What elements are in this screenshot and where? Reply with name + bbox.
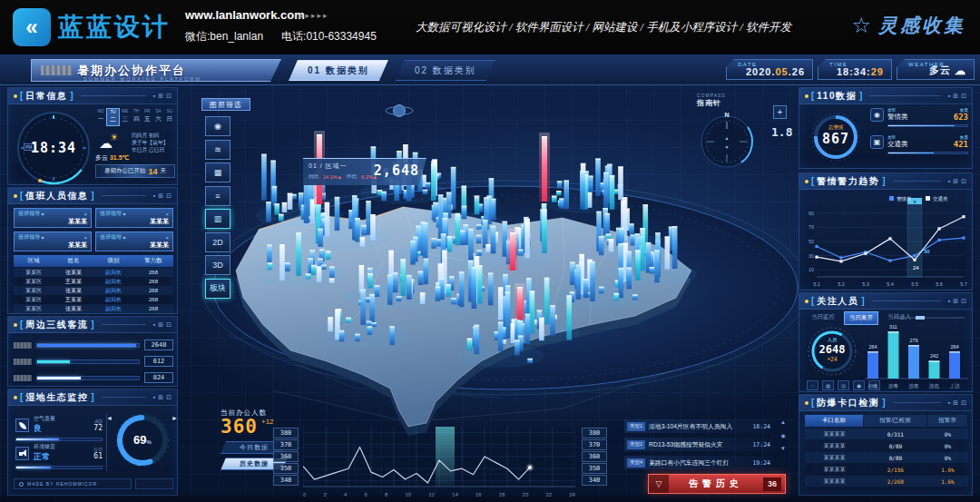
scroll-down-icon[interactable]: ▼ xyxy=(780,446,786,451)
table-row: 某某某某2/2681.6% xyxy=(805,476,968,487)
close-icon[interactable]: × xyxy=(165,212,169,217)
gauge-unit: % xyxy=(147,439,152,445)
svg-text:264: 264 xyxy=(950,344,958,349)
svg-text:70: 70 xyxy=(808,224,814,230)
layer-btn-3d[interactable]: 3D xyxy=(205,255,230,275)
window-icon[interactable]: ⊞ xyxy=(158,192,163,199)
weekday-grid: MO一TU二WE三TH四FR五SA六SU日 xyxy=(95,108,175,126)
layer-btn-2d[interactable]: 2D xyxy=(205,232,230,252)
mini-icon[interactable]: ◎ xyxy=(838,380,849,390)
window-icon[interactable]: ⊞ xyxy=(953,178,958,184)
eco-metric: 环境噪音正常分贝61 xyxy=(15,443,103,463)
minimize-icon[interactable]: ▪ xyxy=(153,321,155,328)
panel-header: [关注人员]▪⊞⊡ xyxy=(799,293,972,310)
minimize-icon[interactable]: ▪ xyxy=(153,93,155,99)
alert-list: 类型1湿地3-104片区有不明人员闯入18:24类型2RD13-53烟感报警疑似… xyxy=(624,419,773,474)
alert-history-banner[interactable]: ▽ 告警历史 36 xyxy=(648,474,786,494)
window-icon[interactable]: ⊞ xyxy=(953,298,958,304)
minimize-icon[interactable]: ▪ xyxy=(948,298,950,304)
close-icon[interactable]: × xyxy=(83,235,87,241)
corner-dot-icon xyxy=(805,94,808,98)
wechat-label: 微信:ben_lanlan xyxy=(185,29,263,44)
lunar-line: 庚子年【鼠年】 xyxy=(132,139,177,146)
inspiration-collect[interactable]: ☆ 灵感收集 xyxy=(851,13,965,38)
svg-text:涉毒: 涉毒 xyxy=(888,383,899,389)
alert-row[interactable]: 类型4某路口有小汽车连闯三个红灯19:24 xyxy=(624,456,773,469)
minimize-icon[interactable]: ▪ xyxy=(153,192,155,199)
weekday-cell: MO一 xyxy=(95,108,106,126)
layer-btn-grid[interactable]: ▦ xyxy=(205,162,230,182)
mom-value: 6.2% xyxy=(361,174,373,180)
scroll-dot-icon[interactable]: ◉ xyxy=(780,432,785,438)
mini-icon[interactable]: ◍ xyxy=(822,380,834,390)
window-icon[interactable]: ⊞ xyxy=(158,394,163,400)
compass-down-icon: ▼ xyxy=(725,144,730,150)
fullscreen-icon[interactable]: ⊡ xyxy=(166,394,172,400)
compass-icon: N ▲ ▼ xyxy=(697,109,757,169)
zoom-in-button[interactable]: + xyxy=(773,105,787,119)
svg-text:5.5: 5.5 xyxy=(911,281,918,287)
mini-icon[interactable]: ◌ xyxy=(807,380,818,390)
alarm-icon: ◉ xyxy=(870,108,884,122)
svg-text:上访: 上访 xyxy=(950,383,961,389)
flow-row: 2648 xyxy=(14,337,173,353)
trend-line-chart: 10305070905.15.25.35.45.55.65.7∨警情类交通类30… xyxy=(802,192,971,290)
tab-data-category-1[interactable]: 01 数据类别 xyxy=(289,60,388,81)
alert-row[interactable]: 类型2RD13-53烟感报警疑似火灾17:24 xyxy=(624,438,773,451)
layer-btn-stats[interactable]: ▥ xyxy=(205,209,230,229)
lanlan-logo-icon: « xyxy=(13,8,51,46)
x-tick: 18 xyxy=(499,492,505,497)
panel-title: 防爆卡口检测 xyxy=(817,397,879,409)
platform-subtitle: SUMMER WORKING PLATFORM xyxy=(83,76,201,82)
dashboard: 暑期办公协作平台 SUMMER WORKING PLATFORM 01 数据类别… xyxy=(0,54,980,502)
minimize-icon[interactable]: ▪ xyxy=(153,394,155,400)
alert-count-badge: 36 xyxy=(763,477,781,491)
office-count-delta: +12 xyxy=(261,418,274,426)
minimize-icon[interactable]: ▪ xyxy=(948,93,950,99)
table-row: 某某区张某某副局长268 xyxy=(14,268,173,277)
panel-110-data: [110数据]▪⊞⊡ 总警情 867 ◉类型警情类数量623▣类型交通类数量42… xyxy=(799,87,973,169)
close-icon[interactable]: × xyxy=(165,235,169,241)
weather-icon: ☀ ☁ xyxy=(99,132,122,152)
fullscreen-icon[interactable]: ⊡ xyxy=(961,298,966,304)
layer-btn-list[interactable]: ≡ xyxy=(205,186,230,206)
focus-tab-1[interactable]: 当日监控 xyxy=(807,311,839,325)
fullscreen-icon[interactable]: ⊡ xyxy=(166,192,172,199)
duty-card: 值班领导▶×某某某 xyxy=(14,231,92,251)
layer-btn-radar[interactable]: ≋ xyxy=(205,140,230,160)
tooltip-value: 2,648 xyxy=(374,162,419,179)
layer-btn-location[interactable]: ◉ xyxy=(205,116,230,136)
close-icon[interactable]: × xyxy=(83,212,87,217)
scroll-up-icon[interactable]: ▲ xyxy=(780,419,786,425)
svg-text:24: 24 xyxy=(913,265,919,271)
fullscreen-icon[interactable]: ⊡ xyxy=(961,399,966,406)
panel-header: [日常信息]▪⊞⊡ xyxy=(8,88,177,104)
duty-card: 值班领导▶×某某某 xyxy=(14,208,92,228)
website-link[interactable]: www.lanlanwork.com xyxy=(185,8,305,22)
svg-text:264: 264 xyxy=(868,344,877,349)
tab-data-category-2[interactable]: 02 数据类别 xyxy=(396,60,495,81)
compass-widget[interactable]: N ▲ ▼ xyxy=(697,109,757,169)
arrows-decoration: ▸▸▸▸▸ xyxy=(299,11,329,20)
layer-btn-block[interactable]: 板块 xyxy=(205,279,230,299)
minimize-icon[interactable]: ▪ xyxy=(948,399,950,406)
eco-metric: 空气质量良AQI72 xyxy=(15,415,103,435)
duty-table-body: 某某区张某某副局长268某某区王某某副局长268某某区张某某副局长268某某区王… xyxy=(14,268,173,313)
fullscreen-icon[interactable]: ⊡ xyxy=(961,178,966,184)
svg-text:在逃: 在逃 xyxy=(868,383,879,389)
window-icon[interactable]: ⊞ xyxy=(953,399,958,406)
fullscreen-icon[interactable]: ⊡ xyxy=(961,93,966,99)
fullscreen-icon[interactable]: ⊡ xyxy=(166,93,172,99)
svg-text:警情类: 警情类 xyxy=(897,196,912,202)
arrow-icon: ▶ xyxy=(42,235,44,240)
window-icon[interactable]: ⊞ xyxy=(158,321,163,328)
header-line xyxy=(869,95,940,96)
pointer-left-icon: ◄ xyxy=(106,415,113,421)
minimize-icon[interactable]: ▪ xyxy=(948,178,950,184)
window-icon[interactable]: ⊞ xyxy=(953,93,958,99)
alert-row[interactable]: 类型1湿地3-104片区有不明人员闯入18:24 xyxy=(624,419,773,433)
eco-footer-bar xyxy=(135,478,173,489)
panel-trend: [警情警力趋势]▪⊞⊡ 10305070905.15.25.35.45.55.6… xyxy=(799,172,973,290)
window-icon[interactable]: ⊞ xyxy=(158,93,163,99)
fullscreen-icon[interactable]: ⊡ xyxy=(166,321,172,328)
